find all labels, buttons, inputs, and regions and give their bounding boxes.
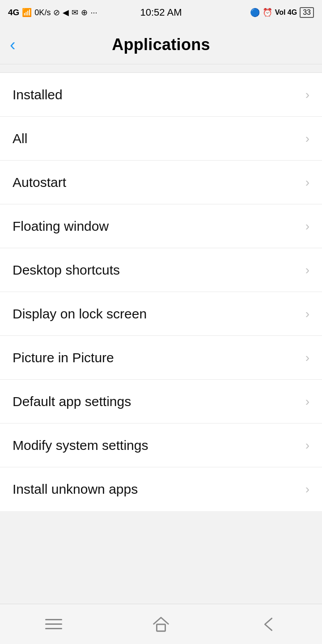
- menu-item[interactable]: Autostart ›: [0, 161, 322, 204]
- mail-icon: ✉: [72, 8, 78, 17]
- chevron-right-icon: ›: [305, 263, 309, 277]
- menu-item[interactable]: Desktop shortcuts ›: [0, 248, 322, 292]
- chevron-right-icon: ›: [305, 219, 309, 233]
- status-bar-left: 4G 📶 0K/s ⊘ ◀ ✉ ⊕ ···: [8, 8, 97, 17]
- signal-icon: 📶: [22, 8, 32, 17]
- home-icon: [152, 615, 170, 634]
- data-speed: 0K/s: [34, 8, 51, 17]
- applications-menu-list: Installed › All › Autostart › Floating w…: [0, 72, 322, 511]
- chevron-right-icon: ›: [305, 88, 309, 102]
- menu-item-label: Install unknown apps: [13, 482, 138, 497]
- back-button[interactable]: ‹: [10, 36, 16, 53]
- menu-item[interactable]: Installed ›: [0, 73, 322, 117]
- menu-item-label: Default app settings: [13, 394, 131, 409]
- menu-item-label: Modify system settings: [13, 438, 148, 453]
- menu-item-label: Display on lock screen: [13, 306, 147, 322]
- do-not-disturb-icon: ⊘: [53, 8, 60, 17]
- chevron-right-icon: ›: [305, 482, 309, 496]
- menu-item-label: Desktop shortcuts: [13, 263, 120, 278]
- menu-item-label: Installed: [13, 87, 63, 102]
- chevron-right-icon: ›: [305, 131, 309, 146]
- menu-item-label: Autostart: [13, 175, 66, 190]
- chevron-right-icon: ›: [305, 438, 309, 453]
- menu-item[interactable]: Install unknown apps ›: [0, 467, 322, 511]
- bottom-nav-back-button[interactable]: [250, 611, 286, 638]
- lte-indicator: Vol 4G: [275, 8, 297, 17]
- network-indicator: 4G: [8, 8, 19, 17]
- bottom-nav-home-button[interactable]: [143, 611, 179, 638]
- svg-rect-0: [157, 624, 165, 631]
- back-icon: [259, 615, 278, 634]
- menu-item[interactable]: Display on lock screen ›: [0, 292, 322, 336]
- menu-item-label: Floating window: [13, 219, 109, 234]
- battery-icon: 33: [300, 7, 314, 18]
- header: ‹ Applications: [0, 25, 322, 64]
- chevron-right-icon: ›: [305, 394, 309, 409]
- menu-item[interactable]: Picture in Picture ›: [0, 336, 322, 380]
- hamburger-icon: [45, 619, 62, 629]
- chevron-right-icon: ›: [305, 175, 309, 190]
- chevron-right-icon: ›: [305, 307, 309, 321]
- bluetooth-icon: 🔵: [250, 8, 260, 17]
- location-icon: ◀: [63, 8, 69, 17]
- mic-icon: ⊕: [81, 8, 88, 17]
- alarm-icon: ⏰: [263, 8, 272, 17]
- bottom-navigation: [0, 604, 322, 644]
- page-title: Applications: [112, 35, 210, 54]
- menu-item[interactable]: Floating window ›: [0, 204, 322, 248]
- status-time: 10:52 AM: [140, 7, 182, 18]
- menu-item[interactable]: Modify system settings ›: [0, 424, 322, 467]
- menu-item-label: Picture in Picture: [13, 350, 114, 365]
- menu-item[interactable]: All ›: [0, 117, 322, 161]
- status-bar-right: 🔵 ⏰ Vol 4G 33: [250, 7, 314, 18]
- menu-item-label: All: [13, 131, 27, 146]
- more-icon: ···: [90, 8, 97, 17]
- bottom-fill-area: [0, 511, 322, 604]
- chevron-right-icon: ›: [305, 351, 309, 365]
- menu-item[interactable]: Default app settings ›: [0, 380, 322, 424]
- bottom-nav-menu-button[interactable]: [36, 611, 72, 638]
- status-bar: 4G 📶 0K/s ⊘ ◀ ✉ ⊕ ··· 10:52 AM 🔵 ⏰ Vol 4…: [0, 0, 322, 25]
